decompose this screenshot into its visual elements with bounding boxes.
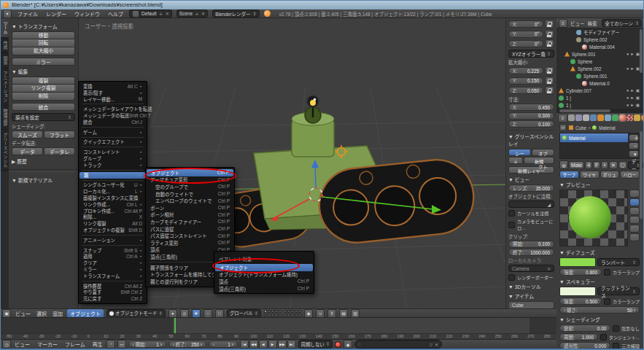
outliner-row[interactable]: Cylinder.007●►▣ — [556, 87, 644, 94]
breadcrumb-material[interactable]: Material — [599, 125, 615, 131]
menu-2[interactable]: ウィンドウ — [73, 10, 101, 18]
number-field[interactable]: Z:0.050 — [508, 87, 543, 94]
gp-new-button[interactable]: 新規 — [524, 157, 554, 164]
menu-item[interactable]: トランスフォーム‣ — [79, 273, 147, 279]
menu-item[interactable]: 頂点Ctrl P — [214, 278, 314, 285]
clip-start-field[interactable]: 開始:0.100 — [508, 241, 554, 248]
preview-cube-button[interactable] — [629, 207, 640, 215]
history-panel-header[interactable]: ▶ 履歴 — [12, 158, 75, 165]
viewport-shading-icon[interactable]: ● — [168, 309, 177, 318]
material-tab-icon[interactable] — [619, 114, 626, 121]
frame-lock-icon[interactable]: ▭ — [117, 340, 126, 349]
viewport-menu-view[interactable]: ビュー — [14, 310, 32, 317]
menu-item[interactable]: コンストレイント‣ — [79, 149, 147, 155]
tool-button[interactable]: 拡大縮小 — [12, 47, 75, 55]
number-field[interactable]: X:0.450 — [508, 104, 554, 111]
manipulator-rotate-icon[interactable]: ○ — [203, 309, 212, 318]
properties-scrollbar[interactable] — [640, 131, 643, 219]
menu-0[interactable]: ファイル — [16, 10, 39, 18]
unlink-material-button[interactable]: ✕ — [609, 161, 618, 169]
tool-shelf-tab[interactable]: 関係 — [0, 53, 9, 69]
diffuse-color-swatch[interactable] — [559, 257, 596, 267]
menu-1[interactable]: マーカー — [36, 341, 59, 348]
menu-item[interactable]: ラティス変形Ctrl P — [146, 239, 234, 246]
menu-3[interactable]: 再生 — [91, 341, 104, 348]
menu-item[interactable]: ボーンCtrl P — [146, 204, 234, 211]
menu-item[interactable]: パスに追従Ctrl P — [146, 225, 234, 233]
menu-item[interactable]: 頂点(三角形)Ctrl P — [214, 285, 314, 292]
specular-color-swatch[interactable] — [559, 287, 596, 296]
outliner-row[interactable]: 1 |●►▣ — [556, 94, 644, 101]
menu-item[interactable]: やり直すShift Ctrl Z — [79, 289, 147, 296]
restrict-render-icon[interactable]: ▣ — [636, 96, 640, 100]
object-tab-icon[interactable] — [597, 114, 604, 121]
outliner-row[interactable]: Sphere.002●►▣ — [556, 65, 644, 72]
diffuse-ramp-checkbox[interactable] — [604, 269, 610, 276]
add-layout-icon[interactable]: ＋ — [159, 10, 163, 17]
menu-item[interactable]: ローカル化...L‣ — [79, 188, 147, 195]
viewport-menu-select[interactable]: 選択 — [35, 310, 48, 317]
link-icon[interactable]: ∞ — [559, 124, 567, 131]
number-field[interactable]: X:0° — [508, 20, 543, 28]
restrict-select-icon[interactable]: ► — [630, 52, 634, 56]
specular-shader-dropdown[interactable]: クックトランス⇕ — [597, 287, 640, 295]
menu-item[interactable]: クリア‣ — [79, 260, 147, 266]
menu-item[interactable]: オブジェクトの複製Shift D — [79, 227, 147, 233]
particles-tab-icon[interactable] — [634, 114, 640, 121]
tool-button[interactable]: リンク複製 — [12, 85, 75, 93]
render-layers-tab-icon[interactable] — [575, 114, 582, 121]
prev-keyframe-icon[interactable]: ◀◀ — [249, 340, 258, 349]
menu-item[interactable]: 自動のウェイトでCtrl P — [146, 190, 234, 198]
menu-item[interactable]: 面複製インスタンスに変換 — [79, 195, 147, 201]
lock-cursor-checkbox[interactable] — [508, 210, 515, 217]
clear-icon[interactable]: ✕ — [547, 266, 551, 271]
outliner-row[interactable]: 1 |●►▣ — [556, 101, 644, 109]
shading-panel-header[interactable]: ▼ シェーディング — [559, 316, 640, 323]
outliner-view-menu[interactable]: ビュー — [570, 20, 585, 27]
viewport-editor-icon[interactable]: ▣ — [2, 309, 11, 318]
gp-scene-toggle[interactable]: シーン — [508, 149, 531, 156]
outliner-scrollbar[interactable] — [640, 29, 643, 73]
play-icon[interactable]: ▶ — [268, 340, 277, 349]
mode-dropdown[interactable]: オブジェクトモード⇕ — [106, 309, 166, 318]
ambient-field[interactable]: 周囲:1.000 — [559, 333, 598, 341]
eyedropper-icon[interactable]: ◢ — [547, 202, 551, 207]
preview-sky-button[interactable] — [629, 233, 640, 241]
tool-shelf-tab[interactable]: 物理演算 — [0, 106, 9, 130]
material-slot-row[interactable]: Material — [560, 133, 628, 142]
preview-monkey-button[interactable] — [629, 216, 640, 224]
specular-ramp-checkbox[interactable] — [604, 298, 610, 305]
filter-icon[interactable]: ▽ — [429, 342, 432, 347]
tool-button[interactable]: 移動 — [12, 31, 75, 39]
operator-panel-header[interactable]: ▼ 新規マテリアル — [12, 176, 75, 184]
material-name-field[interactable]: Mate — [569, 161, 584, 169]
menu-item[interactable]: メッシュデータレイアウトを転送 — [79, 106, 147, 112]
outliner-row[interactable]: Material.004 — [556, 43, 644, 50]
next-keyframe-icon[interactable]: ▶▶ — [278, 340, 287, 349]
menu-2[interactable]: フレーム — [63, 341, 87, 348]
tool-button[interactable]: 削除 — [12, 93, 75, 101]
restrict-select-icon[interactable]: ► — [630, 66, 634, 71]
eye-icon[interactable]: ● — [626, 103, 629, 107]
menu-item[interactable]: リンク作成...Ctrl L‣ — [79, 201, 147, 208]
render-border-checkbox[interactable] — [508, 274, 515, 281]
lock-icon[interactable] — [545, 30, 554, 39]
physics-tab-icon[interactable] — [641, 114, 644, 121]
add-slot-button[interactable]: ＋ — [629, 134, 639, 141]
material-browse-icon[interactable]: ◍ — [559, 160, 568, 169]
current-frame-field[interactable]: ‹1 › — [209, 341, 238, 348]
transfer-data-button[interactable]: データ — [12, 147, 43, 155]
menu-item[interactable]: 適用Ctrl A‣ — [79, 254, 147, 260]
viewport-menu-add[interactable]: 追加 — [51, 310, 64, 317]
outliner-scope-dropdown[interactable]: 全てのシーン⇕ — [602, 19, 642, 27]
material-type-button[interactable]: ハロー — [620, 171, 640, 179]
menu-item[interactable]: リンク複製Alt D — [79, 220, 147, 227]
tool-shelf-tab[interactable]: ツール — [0, 18, 9, 38]
diffuse-panel-header[interactable]: ▼ ディフューズ — [559, 249, 640, 256]
number-field[interactable]: Z:0° — [508, 40, 543, 47]
keying-set-icon[interactable]: ◆ — [344, 340, 352, 349]
scene-tab-icon[interactable] — [583, 114, 589, 121]
close-layout-icon[interactable]: ✕ — [166, 11, 169, 16]
viewport-menu-object[interactable]: オブジェクト — [67, 309, 104, 318]
pivot-point-icon[interactable]: ◎ — [180, 309, 189, 318]
